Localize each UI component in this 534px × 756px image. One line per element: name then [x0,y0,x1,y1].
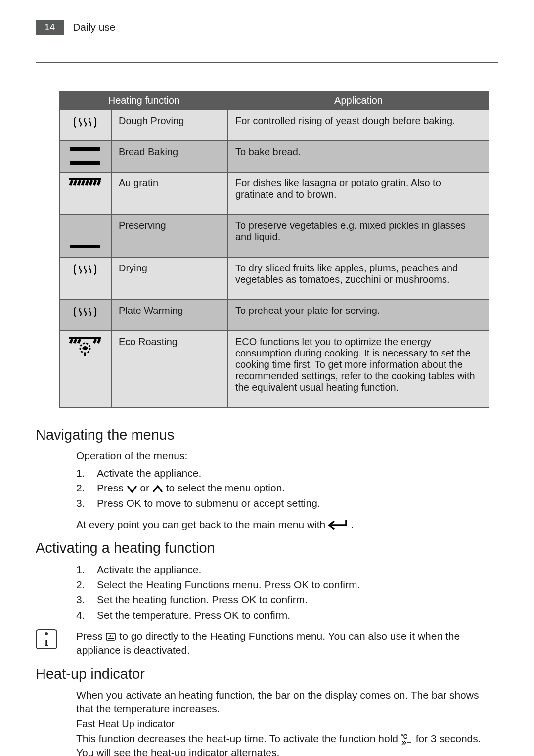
text: to select the menu option. [166,482,285,493]
step-number: 2. [76,578,97,592]
page-header: 14 Daily use [36,20,498,35]
function-name: Preserving [111,215,228,257]
list-item: 1.Activate the appliance. [76,466,498,481]
step-number: 2. [76,481,97,495]
list-item: 4.Set the temperature. Press OK to confi… [76,608,498,623]
activating-steps: 1.Activate the appliance. 2.Select the H… [76,562,498,623]
step-text: Activate the appliance. [97,466,201,481]
function-description: For dishes like lasagna or potato gratin… [228,172,489,215]
header-divider [36,62,498,63]
function-name: Drying [111,257,228,300]
text: Press [76,630,106,642]
text: This function decreases the heat-up time… [76,733,401,744]
navigating-menus-heading: Navigating the menus [36,427,498,443]
function-name: Plate Warming [111,300,228,331]
chevron-up-icon [152,485,163,493]
step-text: Set the heating function. Press OK to co… [97,592,308,607]
list-item: 3.Set the heating function. Press OK to … [76,592,498,607]
heat-up-paragraph: When you activate an heating function, t… [76,688,498,715]
function-description: To dry sliced fruits like apples, plums,… [228,257,489,300]
activating-heating-heading: Activating a heating function [36,540,498,556]
function-name: Au gratin [111,172,228,215]
back-note: At every point you can get back to the m… [76,519,498,531]
step-text: Set the temperature. Press OK to confirm… [97,608,290,623]
temperature-icon [401,734,413,746]
step-text: Activate the appliance. [97,562,201,577]
table-header-application: Application [228,91,489,110]
dough-proving-icon [60,110,111,141]
info-text: Press to go directly to the Heating Func… [76,629,498,657]
function-description: To preheat your plate for serving. [228,300,489,331]
table-row: Plate Warming To preheat your plate for … [60,300,489,331]
gratin-icon [60,172,111,215]
fast-heat-up-subhead: Fast Heat Up indicator [76,718,498,730]
function-description: ECO functions let you to optimize the en… [228,331,489,407]
page-number: 14 [36,20,64,35]
heating-functions-table: Heating function Application Dough Provi… [59,91,490,408]
return-icon [328,519,348,531]
table-row: Au gratin For dishes like lasagna or pot… [60,172,489,215]
text: to go directly to the Heating Functions … [76,630,460,656]
text: At every point you can get back to the m… [76,519,328,530]
table-row: Preserving To preserve vegetables e.g. m… [60,215,489,257]
info-icon: ı [36,629,57,649]
function-description: For controlled rising of yeast dough bef… [228,110,489,141]
step-number: 1. [76,562,97,577]
function-description: To bake bread. [228,141,489,172]
chevron-down-icon [127,485,137,493]
function-description: To preserve vegetables e.g. mixed pickle… [228,215,489,257]
drying-icon [60,257,111,300]
navigating-steps: 1.Activate the appliance. 2. Press or to… [76,466,498,511]
header-section-title: Daily use [73,21,115,33]
function-name: Dough Proving [111,110,228,141]
bottom-heat-icon [60,215,111,257]
function-name: Eco Roasting [111,331,228,407]
heat-up-indicator-heading: Heat-up indicator [36,666,498,682]
text: . [351,519,354,530]
table-row: Drying To dry sliced fruits like apples,… [60,257,489,300]
function-name: Bread Baking [111,141,228,172]
fast-heat-up-paragraph: This function decreases the heat-up time… [76,732,498,756]
step-number: 1. [76,466,97,481]
step-number: 3. [76,592,97,607]
step-text: Press or to select the menu option. [97,481,285,495]
table-row: Eco Roasting ECO functions let you to op… [60,331,489,407]
text: or [140,482,152,493]
text: Press [97,482,127,493]
step-text: Select the Heating Functions menu. Press… [97,578,360,592]
step-text: Press OK to move to submenu or accept se… [97,496,320,511]
info-note: ı Press to go directly to the Heating Fu… [36,629,498,657]
top-bottom-heat-icon [60,141,111,172]
list-item: 2.Select the Heating Functions menu. Pre… [76,578,498,592]
eco-roasting-icon [60,331,111,407]
oven-icon [106,633,117,642]
navigating-intro: Operation of the menus: [76,449,498,463]
table-row: Bread Baking To bake bread. [60,141,489,172]
list-item: 2. Press or to select the menu option. [76,481,498,495]
list-item: 3.Press OK to move to submenu or accept … [76,496,498,511]
table-row: Dough Proving For controlled rising of y… [60,110,489,141]
table-header-heating-function: Heating function [60,91,228,110]
step-number: 3. [76,496,97,511]
step-number: 4. [76,608,97,623]
list-item: 1.Activate the appliance. [76,562,498,577]
plate-warming-icon [60,300,111,331]
